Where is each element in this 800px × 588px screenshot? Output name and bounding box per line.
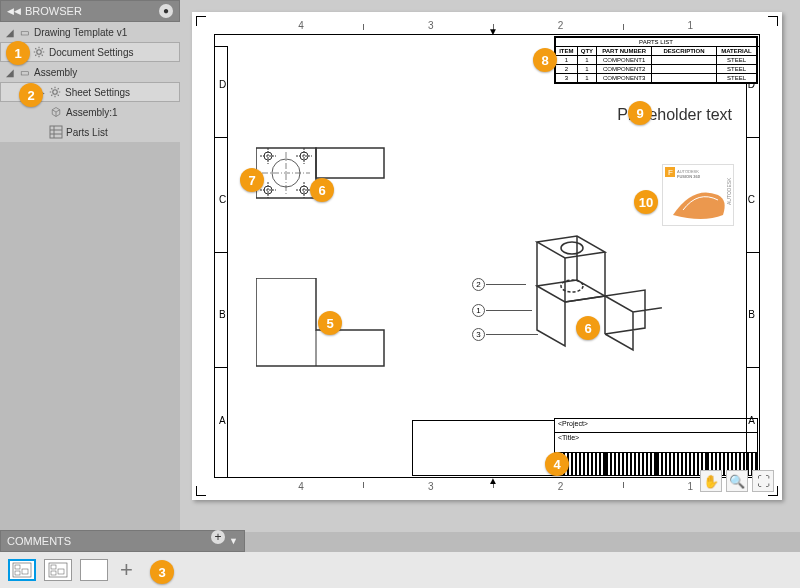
annotation-callout: 6 xyxy=(310,178,334,202)
zoom-button[interactable]: 🔍 xyxy=(726,470,748,492)
sheet-thumbnail[interactable] xyxy=(44,559,72,581)
tree-label: Sheet Settings xyxy=(63,87,179,98)
strip-tick xyxy=(746,137,759,138)
svg-rect-32 xyxy=(15,565,20,569)
svg-text:AUTODESK: AUTODESK xyxy=(726,177,732,205)
drawing-view-iso[interactable]: 2 1 3 xyxy=(482,234,662,384)
expand-arrow-icon[interactable]: ◢ xyxy=(4,67,16,78)
sheet-thumbnail-blank[interactable] xyxy=(80,559,108,581)
row-label-strip xyxy=(215,46,228,477)
ruler-col: 2 xyxy=(558,20,564,31)
balloon: 3 xyxy=(472,328,485,341)
svg-point-0 xyxy=(37,50,42,55)
tree-label: Drawing Template v1 xyxy=(32,27,180,38)
zoom-fit-button[interactable]: ⛶ xyxy=(752,470,774,492)
balloon: 2 xyxy=(472,278,485,291)
balloon: 1 xyxy=(472,304,485,317)
comments-title: COMMENTS xyxy=(7,530,71,552)
annotation-callout: 2 xyxy=(19,83,43,107)
svg-rect-33 xyxy=(15,571,20,575)
corner-marker xyxy=(768,16,778,26)
title-block[interactable]: <Project> <Title> xyxy=(554,418,758,476)
svg-rect-38 xyxy=(58,569,64,574)
ruler-col: 1 xyxy=(688,20,694,31)
table-row: 21COMPONENT2STEEL xyxy=(556,65,757,74)
ruler-tick xyxy=(363,482,364,488)
balloon-leader xyxy=(486,310,532,311)
annotation-callout: 4 xyxy=(545,452,569,476)
title-block-revision[interactable] xyxy=(412,420,554,476)
parts-list-header: MATERIAL xyxy=(717,47,757,56)
sheet-tab-bar: + xyxy=(0,552,800,588)
annotation-callout: 1 xyxy=(6,41,30,65)
pan-button[interactable]: ✋ xyxy=(700,470,722,492)
add-comment-icon[interactable]: + xyxy=(211,530,225,544)
table-row: 11COMPONENT1STEEL xyxy=(556,56,757,65)
cube-icon xyxy=(48,105,64,119)
strip-tick xyxy=(746,252,759,253)
gear-icon xyxy=(47,85,63,99)
ruler-col: 3 xyxy=(428,481,434,492)
parts-list-header: PART NUMBER xyxy=(597,47,652,56)
browser-panel: ◀◀ BROWSER ● ◢ ▭ Drawing Template v1 ▷ D… xyxy=(0,0,180,142)
tree-label: Assembly xyxy=(32,67,180,78)
browser-title: BROWSER xyxy=(25,0,82,22)
minimize-icon[interactable]: ● xyxy=(159,4,173,18)
svg-rect-36 xyxy=(51,565,56,569)
strip-tick xyxy=(746,367,759,368)
view-controls: ✋ 🔍 ⛶ xyxy=(700,470,774,492)
svg-rect-12 xyxy=(316,148,384,178)
parts-list-header: ITEM xyxy=(556,47,578,56)
tree-label: Document Settings xyxy=(47,47,179,58)
title-block-title: <Title> xyxy=(555,433,757,453)
sheet-thumbnail[interactable] xyxy=(8,559,36,581)
ruler-col: 4 xyxy=(298,20,304,31)
ruler-tick xyxy=(363,24,364,30)
parts-list-table[interactable]: PARTS LIST ITEM QTY PART NUMBER DESCRIPT… xyxy=(554,36,758,84)
title-block-footer xyxy=(555,453,757,464)
annotation-callout: 9 xyxy=(628,101,652,125)
browser-tree: ◢ ▭ Drawing Template v1 ▷ Document Setti… xyxy=(0,22,180,142)
annotation-callout: 10 xyxy=(634,190,658,214)
parts-list-caption: PARTS LIST xyxy=(555,37,757,46)
svg-text:F: F xyxy=(668,168,673,177)
row-label-strip xyxy=(746,46,759,477)
tree-item-partslist[interactable]: Parts List xyxy=(0,122,180,142)
expand-arrow-icon[interactable]: ◢ xyxy=(4,27,16,38)
corner-marker xyxy=(196,16,206,26)
ruler-col: 2 xyxy=(558,481,564,492)
annotation-callout: 6 xyxy=(576,316,600,340)
panel-collapse-icon[interactable]: ◀◀ xyxy=(7,0,21,22)
ruler-col: 4 xyxy=(298,481,304,492)
annotation-callout: 7 xyxy=(240,168,264,192)
tree-item-template[interactable]: ◢ ▭ Drawing Template v1 xyxy=(0,22,180,42)
parts-list-header: DESCRIPTION xyxy=(652,47,717,56)
strip-tick xyxy=(215,137,228,138)
svg-rect-2 xyxy=(50,126,62,138)
strip-tick xyxy=(215,367,228,368)
balloon-leader xyxy=(486,334,538,335)
drawing-canvas[interactable]: 4 3 2 1 4 3 2 1 ▼ ▲ D C B A D C B A xyxy=(180,0,800,532)
chevron-down-icon[interactable]: ▼ xyxy=(229,530,238,552)
parts-list-header: QTY xyxy=(577,47,596,56)
fusion-logo-image[interactable]: F AUTODESK FUSION 360 AUTODESK xyxy=(662,164,734,226)
comments-header[interactable]: COMMENTS + ▼ xyxy=(0,530,245,552)
ruler-col: 1 xyxy=(688,481,694,492)
ruler-col: 3 xyxy=(428,20,434,31)
tree-item-assembly[interactable]: ◢ ▭ Assembly xyxy=(0,62,180,82)
annotation-callout: 3 xyxy=(150,560,174,584)
sheet-icon: ▭ xyxy=(16,65,32,79)
document-icon: ▭ xyxy=(16,25,32,39)
corner-marker xyxy=(196,486,206,496)
browser-header[interactable]: ◀◀ BROWSER ● xyxy=(0,0,180,22)
annotation-callout: 8 xyxy=(533,48,557,72)
table-row: 31COMPONENT3STEEL xyxy=(556,74,757,83)
comments-panel: COMMENTS + ▼ xyxy=(0,530,245,552)
drawing-sheet: 4 3 2 1 4 3 2 1 ▼ ▲ D C B A D C B A xyxy=(192,12,782,500)
balloon-leader xyxy=(486,284,526,285)
title-block-project: <Project> xyxy=(555,419,757,433)
gear-icon xyxy=(31,45,47,59)
tree-label: Assembly:1 xyxy=(64,107,180,118)
svg-rect-37 xyxy=(51,571,56,575)
add-sheet-button[interactable]: + xyxy=(116,557,137,583)
